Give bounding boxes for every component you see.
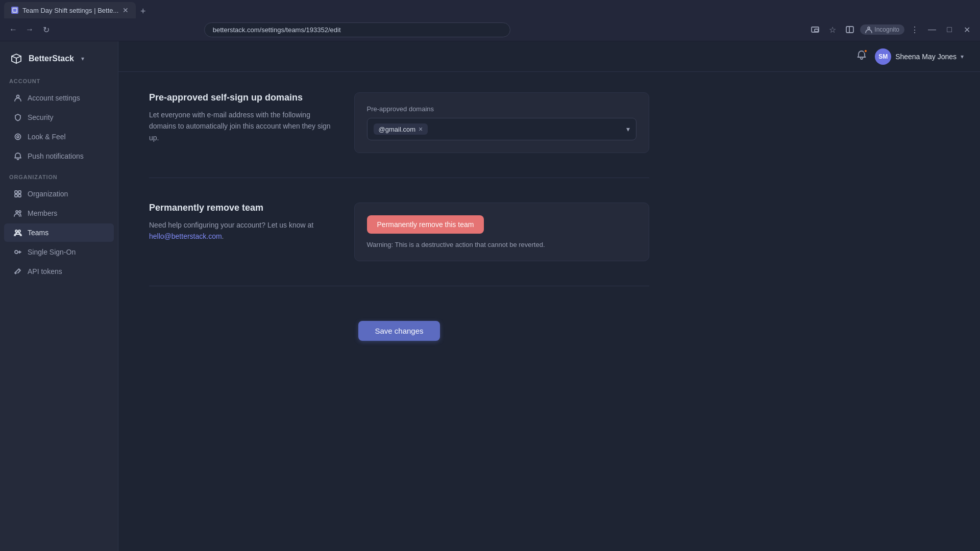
avatar-initials: SM	[875, 48, 891, 65]
support-email-link[interactable]: hello@betterstack.com	[149, 232, 222, 240]
more-options-button[interactable]: ⋮	[908, 22, 922, 37]
teams-label: Teams	[28, 229, 48, 237]
content-area: Pre-approved self-sign up domains Let ev…	[118, 72, 680, 382]
incognito-badge: Incognito	[860, 24, 904, 35]
sidebar-item-api-tokens[interactable]: API tokens	[4, 262, 114, 281]
tab-close-button[interactable]: ✕	[122, 6, 129, 14]
profile-button[interactable]	[843, 22, 857, 37]
main-content: SM Sheena May Jones ▾ Pre-approved self-…	[118, 41, 980, 551]
account-settings-label: Account settings	[28, 94, 80, 102]
teams-icon	[13, 228, 22, 237]
push-notifications-label: Push notifications	[28, 152, 84, 160]
minimize-button[interactable]: —	[925, 22, 939, 37]
user-avatar[interactable]: SM Sheena May Jones ▾	[875, 48, 964, 65]
organization-icon	[13, 189, 22, 198]
account-settings-icon	[13, 93, 22, 103]
svg-point-8	[15, 134, 21, 140]
permanently-remove-team-info: Permanently remove team Need help config…	[149, 203, 334, 261]
close-button[interactable]: ✕	[960, 22, 974, 37]
security-icon	[13, 113, 22, 122]
save-section: Save changes	[149, 311, 649, 361]
svg-point-9	[17, 136, 19, 138]
tab-title: Team Day Shift settings | Bette...	[22, 7, 118, 14]
domains-tag-input[interactable]: @gmail.com × ▾	[367, 118, 636, 140]
svg-rect-10	[15, 191, 17, 193]
nav-buttons: ← → ↻	[6, 22, 53, 37]
logo-text: BetterStack	[29, 54, 74, 63]
new-tab-button[interactable]: +	[136, 4, 150, 18]
sidebar-item-members[interactable]: Members	[4, 204, 114, 222]
svg-point-17	[18, 230, 20, 232]
sidebar-item-account-settings[interactable]: Account settings	[4, 89, 114, 107]
permanently-remove-this-team-button[interactable]: Permanently remove this team	[367, 215, 484, 234]
organization-section-label: ORGANIZATION	[0, 174, 118, 184]
app-header: SM Sheena May Jones ▾	[118, 41, 980, 72]
sidebar-item-security[interactable]: Security	[4, 108, 114, 127]
svg-point-16	[15, 230, 17, 232]
reload-button[interactable]: ↻	[39, 22, 53, 37]
api-tokens-label: API tokens	[28, 267, 62, 276]
tab-bar: Team Day Shift settings | Bette... ✕ +	[0, 0, 980, 18]
single-sign-on-label: Single Sign-On	[28, 248, 76, 256]
domain-tag-value: @gmail.com	[379, 126, 415, 133]
tab-favicon	[11, 7, 18, 14]
sidebar-logo[interactable]: BetterStack ▾	[0, 52, 118, 78]
api-tokens-icon	[13, 267, 22, 276]
browser-action-buttons: ☆ Incognito ⋮ — □ ✕	[808, 22, 974, 37]
svg-rect-0	[13, 8, 17, 12]
sidebar-item-push-notifications[interactable]: Push notifications	[4, 147, 114, 165]
save-changes-button[interactable]: Save changes	[358, 321, 439, 341]
domains-input-chevron-icon: ▾	[626, 125, 630, 133]
push-notifications-icon	[13, 152, 22, 161]
svg-point-15	[19, 211, 21, 213]
svg-point-5	[868, 27, 870, 29]
domain-tag-remove-button[interactable]: ×	[419, 125, 423, 133]
sidebar: BetterStack ▾ ACCOUNT Account settings S…	[0, 41, 118, 551]
sidebar-item-teams[interactable]: Teams	[4, 223, 114, 242]
bookmark-button[interactable]: ☆	[825, 22, 840, 37]
pre-approved-domains-description: Let everyone with e-mail address with th…	[149, 109, 334, 143]
logo-icon	[9, 52, 23, 66]
user-menu-chevron-icon: ▾	[961, 53, 964, 60]
svg-rect-2	[815, 29, 818, 32]
domain-tag-gmail: @gmail.com ×	[374, 123, 428, 135]
notification-dot	[864, 49, 868, 53]
permanently-remove-team-description: Need help configuring your account? Let …	[149, 219, 334, 242]
svg-rect-11	[18, 191, 21, 193]
domains-field-label: Pre-approved domains	[367, 105, 636, 113]
forward-button[interactable]: →	[22, 22, 37, 37]
svg-point-18	[15, 251, 18, 254]
logo-chevron-icon: ▾	[81, 55, 84, 62]
picture-in-picture-button[interactable]	[808, 22, 822, 37]
pre-approved-domains-section: Pre-approved self-sign up domains Let ev…	[149, 92, 649, 178]
svg-rect-13	[18, 194, 21, 197]
permanently-remove-team-title: Permanently remove team	[149, 203, 334, 213]
look-and-feel-icon	[13, 132, 22, 141]
svg-point-7	[17, 95, 19, 98]
pre-approved-domains-card: Pre-approved domains @gmail.com × ▾	[354, 92, 649, 153]
maximize-button[interactable]: □	[942, 22, 957, 37]
svg-rect-3	[846, 27, 853, 33]
organization-label: Organization	[28, 190, 68, 198]
sidebar-item-organization[interactable]: Organization	[4, 185, 114, 203]
sidebar-item-look-and-feel[interactable]: Look & Feel	[4, 128, 114, 146]
url-input[interactable]	[204, 22, 510, 37]
members-label: Members	[28, 209, 57, 217]
account-section-label: ACCOUNT	[0, 78, 118, 88]
svg-rect-12	[15, 194, 17, 197]
permanently-remove-team-section: Permanently remove team Need help config…	[149, 203, 649, 286]
security-label: Security	[28, 113, 54, 121]
svg-point-14	[16, 211, 18, 213]
look-and-feel-label: Look & Feel	[28, 133, 66, 141]
pre-approved-domains-info: Pre-approved self-sign up domains Let ev…	[149, 92, 334, 153]
browser-tab[interactable]: Team Day Shift settings | Bette... ✕	[4, 2, 136, 18]
single-sign-on-icon	[13, 247, 22, 257]
address-bar: ← → ↻ ☆ Incognito ⋮ — □ ✕	[0, 18, 980, 41]
header-actions: SM Sheena May Jones ▾	[856, 48, 964, 65]
incognito-label: Incognito	[874, 26, 899, 33]
back-button[interactable]: ←	[6, 22, 20, 37]
notification-bell[interactable]	[856, 50, 867, 63]
svg-point-19	[19, 270, 20, 271]
app-container: BetterStack ▾ ACCOUNT Account settings S…	[0, 41, 980, 551]
sidebar-item-single-sign-on[interactable]: Single Sign-On	[4, 243, 114, 261]
